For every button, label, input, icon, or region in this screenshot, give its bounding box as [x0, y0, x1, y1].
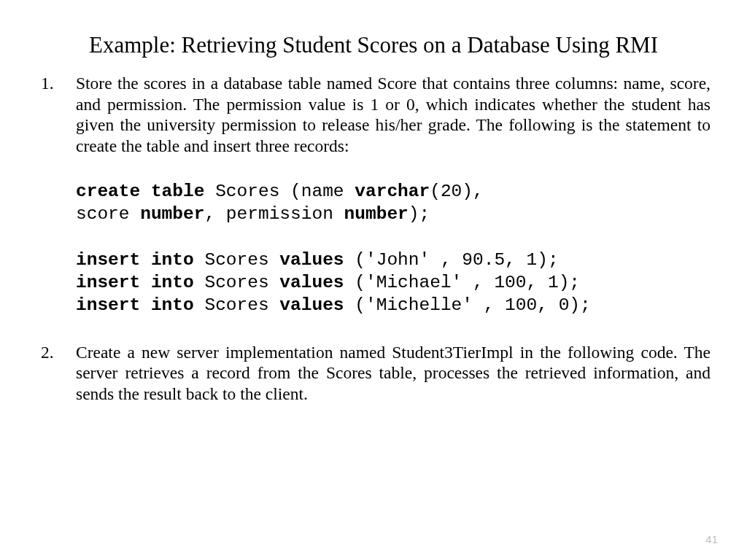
code-keyword: insert into: [76, 250, 194, 270]
code-keyword: number: [344, 204, 409, 224]
code-text: , permission: [204, 204, 344, 224]
code-keyword: create table: [76, 182, 204, 201]
list-number: 2.: [36, 342, 76, 405]
code-text: (20),: [430, 182, 484, 201]
list-item-2: 2. Create a new server implementation na…: [36, 342, 711, 405]
code-text: Scores: [194, 295, 280, 315]
code-text: Scores: [194, 273, 280, 292]
list-body: Create a new server implementation named…: [76, 342, 711, 405]
list-item-1: 1. Store the scores in a database table …: [36, 73, 711, 157]
code-block: create table Scores (name varchar(20), s…: [76, 180, 711, 317]
code-keyword: values: [279, 250, 344, 270]
list-number: 1.: [36, 73, 76, 157]
code-keyword: number: [140, 204, 204, 224]
code-text: ('Michelle' , 100, 0);: [344, 295, 591, 315]
slide: Example: Retrieving Student Scores on a …: [0, 0, 747, 560]
code-text: score: [76, 204, 140, 224]
code-keyword: values: [279, 273, 344, 292]
code-text: Scores: [194, 250, 280, 270]
code-keyword: insert into: [76, 273, 194, 292]
code-text: ('John' , 90.5, 1);: [344, 250, 559, 270]
code-keyword: varchar: [355, 182, 430, 201]
code-text: );: [409, 204, 430, 224]
code-keyword: insert into: [76, 295, 194, 315]
code-keyword: values: [279, 295, 344, 315]
slide-title: Example: Retrieving Student Scores on a …: [36, 32, 711, 58]
list-body: Store the scores in a database table nam…: [76, 73, 711, 157]
page-number: 41: [705, 533, 718, 545]
code-text: Scores (name: [204, 182, 355, 201]
code-text: ('Michael' , 100, 1);: [344, 273, 580, 292]
